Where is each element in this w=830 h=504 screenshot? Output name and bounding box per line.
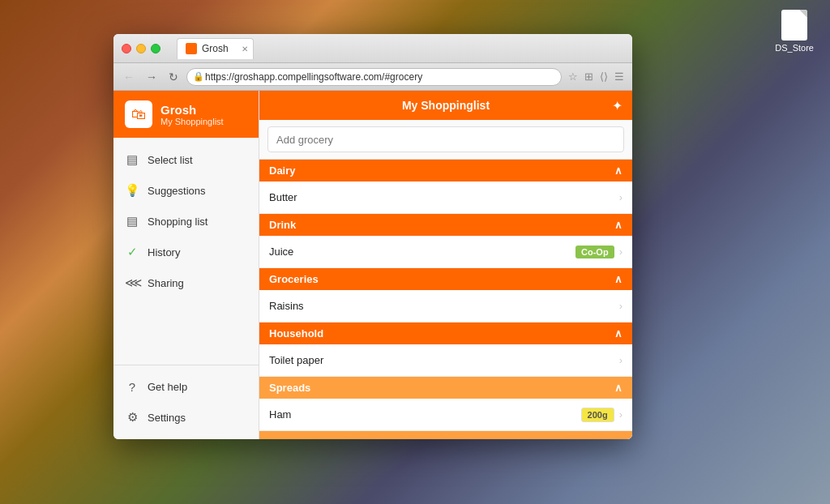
sidebar-item-sharing[interactable]: ⋘ Sharing [113, 267, 259, 298]
address-bar: ← → ↻ 🔒 https://groshapp.compellingsoftw… [113, 63, 632, 91]
sidebar-item-label: History [148, 246, 180, 258]
category-header-spreads[interactable]: Spreads ∧ [259, 377, 632, 399]
sidebar: 🛍 Grosh My Shoppinglist ▤ Select list 💡 … [113, 91, 259, 439]
category-name: Drink [269, 219, 296, 231]
main-title: My Shoppinglist [402, 99, 490, 112]
sidebar-header: 🛍 Grosh My Shoppinglist [113, 91, 259, 138]
item-name: Butter [269, 191, 619, 203]
forward-button[interactable]: → [143, 69, 160, 85]
chevron-right-icon: › [619, 300, 622, 312]
sidebar-footer: ? Get help ⚙ Settings [113, 365, 259, 439]
list-item[interactable]: Ham 200g › [259, 399, 632, 431]
suggestions-icon: 💡 [125, 183, 139, 198]
bottom-filler [259, 431, 632, 439]
category-header-drink[interactable]: Drink ∧ [259, 214, 632, 236]
tab-title: Grosh [202, 43, 229, 54]
menu-icon[interactable]: ☰ [613, 69, 626, 84]
category-name: Groceries [269, 273, 319, 285]
sidebar-item-suggestions[interactable]: 💡 Suggestions [113, 175, 259, 206]
history-icon: ✓ [125, 245, 139, 259]
sidebar-item-shopping-list[interactable]: ▤ Shopping list [113, 206, 259, 237]
minimize-button[interactable] [136, 44, 146, 53]
list-area: Dairy ∧ Butter › Drink ∧ Juice Co-Op › [259, 160, 632, 439]
main-settings-icon[interactable]: ✦ [612, 98, 622, 113]
list-item[interactable]: Toilet paper › [259, 344, 632, 377]
collapse-icon: ∧ [614, 273, 622, 285]
sidebar-item-label: Get help [148, 381, 187, 393]
category-header-household[interactable]: Household ∧ [259, 322, 632, 344]
sidebar-item-history[interactable]: ✓ History [113, 237, 259, 267]
app-content: 🛍 Grosh My Shoppinglist ▤ Select list 💡 … [113, 91, 632, 439]
chevron-right-icon: › [619, 191, 622, 203]
category-name: Spreads [269, 382, 310, 394]
tab-favicon [186, 43, 197, 54]
close-button[interactable] [122, 44, 131, 53]
category-header-groceries[interactable]: Groceries ∧ [259, 268, 632, 290]
window-controls [122, 44, 160, 53]
back-button[interactable]: ← [120, 69, 138, 85]
item-name: Ham [269, 408, 581, 421]
sidebar-item-select-list[interactable]: ▤ Select list [113, 144, 259, 175]
item-name: Raisins [269, 300, 619, 312]
brand-subtitle: My Shoppinglist [160, 117, 224, 126]
sidebar-item-label: Settings [148, 412, 186, 424]
sharing-icon: ⋘ [125, 275, 139, 290]
item-badge: Co-Op [575, 246, 614, 258]
chevron-right-icon: › [619, 246, 622, 258]
item-name: Toilet paper [269, 354, 619, 366]
file-icon [781, 10, 807, 41]
collapse-icon: ∧ [614, 219, 622, 231]
sidebar-item-label: Select list [148, 154, 193, 166]
list-item[interactable]: Juice Co-Op › [259, 236, 632, 268]
sidebar-brand: Grosh My Shoppinglist [160, 103, 224, 126]
tab-close-icon[interactable]: ✕ [242, 45, 248, 53]
sidebar-item-label: Shopping list [148, 216, 208, 228]
app-logo: 🛍 [125, 100, 152, 128]
tab-bar: Grosh ✕ [177, 38, 624, 59]
desktop-file[interactable]: DS_Store [775, 10, 814, 53]
collapse-icon: ∧ [614, 327, 622, 340]
list-item[interactable]: Butter › [259, 182, 632, 214]
toolbar-icons: ☆ ⊞ ⟨⟩ ☰ [567, 69, 626, 84]
title-bar: Grosh ✕ [113, 34, 632, 63]
ssl-icon: 🔒 [193, 71, 204, 82]
chevron-right-icon: › [619, 408, 622, 421]
add-grocery-bar [259, 120, 632, 160]
sidebar-item-label: Sharing [148, 277, 184, 289]
shopping-list-icon: ▤ [125, 214, 139, 229]
item-name: Juice [269, 246, 575, 258]
add-grocery-input[interactable] [267, 126, 624, 152]
help-icon: ? [125, 380, 139, 394]
main-area: My Shoppinglist ✦ Dairy ∧ Butter › Dri [259, 91, 632, 439]
extension-icon[interactable]: ⊞ [583, 69, 595, 84]
maximize-button[interactable] [151, 44, 160, 53]
file-name: DS_Store [775, 43, 814, 53]
sidebar-item-settings[interactable]: ⚙ Settings [113, 402, 259, 433]
item-badge: 200g [581, 408, 614, 422]
collapse-icon: ∧ [614, 382, 622, 394]
chevron-right-icon: › [619, 354, 622, 366]
main-header: My Shoppinglist ✦ [259, 91, 632, 120]
devtools-icon[interactable]: ⟨⟩ [598, 69, 610, 84]
collapse-icon: ∧ [614, 164, 622, 177]
category-name: Household [269, 327, 323, 340]
browser-window: Grosh ✕ ← → ↻ 🔒 https://groshapp.compell… [113, 34, 632, 439]
browser-tab[interactable]: Grosh ✕ [177, 38, 254, 59]
sidebar-nav: ▤ Select list 💡 Suggestions ▤ Shopping l… [113, 138, 259, 365]
category-header-dairy[interactable]: Dairy ∧ [259, 160, 632, 182]
brand-name: Grosh [160, 103, 224, 117]
address-display[interactable]: https://groshapp.compellingsoftware.com/… [186, 68, 562, 86]
bookmark-icon[interactable]: ☆ [567, 69, 580, 84]
sidebar-item-label: Suggestions [148, 185, 206, 197]
category-name: Dairy [269, 164, 296, 177]
settings-gear-icon: ⚙ [125, 410, 139, 425]
sidebar-item-get-help[interactable]: ? Get help [113, 372, 259, 402]
refresh-button[interactable]: ↻ [165, 69, 182, 85]
list-icon: ▤ [125, 152, 139, 167]
address-wrap: 🔒 https://groshapp.compellingsoftware.co… [186, 68, 562, 86]
list-item[interactable]: Raisins › [259, 290, 632, 322]
